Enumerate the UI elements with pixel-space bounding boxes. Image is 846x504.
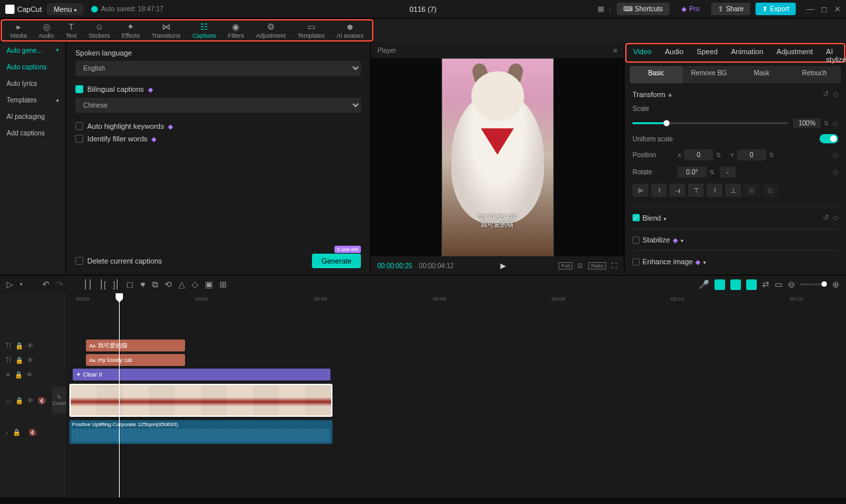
freeze-tool[interactable]: ⊞ [219,279,227,290]
crop2-tool[interactable]: ▣ [205,279,213,290]
scale-stepper-icon[interactable]: ⇅ [824,120,829,127]
player-menu-icon[interactable]: ≡ [613,47,617,54]
blend-checkbox[interactable]: ✓ [633,214,640,221]
rotate-keyframe-icon[interactable]: ◇ [833,168,838,176]
tool-transitions[interactable]: ⋈Transitions [145,22,186,39]
scale-keyframe-icon[interactable]: ◇ [833,120,838,127]
align-button-7[interactable]: ⊞ [744,184,759,197]
align-bottom-button[interactable]: ⊥ [725,184,741,197]
rotate-reset-button[interactable]: - [720,166,736,178]
blend-keyframe-icon[interactable]: ◇ [833,213,838,222]
preview-icon[interactable]: ▭ [775,279,783,289]
align-right-button[interactable]: ⫣ [670,184,685,197]
delete-captions-checkbox[interactable] [75,257,83,265]
mirror-tool[interactable]: △ [178,279,185,290]
layout-icon[interactable]: ▦ [597,5,604,13]
tool-captions[interactable]: ☷Captions [186,22,222,39]
marker-tool[interactable]: ♥ [140,279,145,290]
tool-ai-avatars[interactable]: ☻AI avatars [330,22,369,39]
pos-x-input[interactable]: 0 [684,149,713,161]
effect-clip[interactable]: ✦ Clear II [73,369,330,380]
tool-filters[interactable]: ◉Filters [222,22,250,39]
magnet-1-button[interactable] [714,279,725,290]
sidebar-auto-lyrics[interactable]: Auto lyrics [0,75,65,92]
timeline-ruler[interactable]: 00:00 00:02 00:04 00:06 00:08 00:10 00:1… [66,293,846,306]
maximize-button[interactable]: ◻ [821,5,827,14]
video-track-head[interactable]: ▭🔒👁🔇 ✎Cover [0,382,66,419]
blend-reset-icon[interactable]: ↺ [823,213,829,222]
undo-button[interactable]: ↶ [42,279,50,289]
stabilize-checkbox[interactable] [633,236,640,244]
align-center-v-button[interactable]: ⫲ [707,184,722,197]
subtab-basic[interactable]: Basic [630,66,683,83]
menu-button[interactable]: Menu [47,3,83,15]
fullscreen-icon[interactable]: ⛶ [611,262,617,270]
stabilize-chevron-icon[interactable] [681,236,683,244]
split-tool[interactable]: ⎮⎮ [83,279,93,290]
full-button[interactable]: Full [558,262,572,270]
tool-effects[interactable]: ✦Effects [116,22,145,39]
x-stepper-icon[interactable]: ⇅ [716,151,721,159]
minimize-button[interactable]: — [806,5,814,14]
redo-button[interactable]: ↷ [56,279,63,289]
sidebar-templates[interactable]: Templates [0,92,65,108]
tab-speed[interactable]: Speed [690,44,724,61]
sidebar-ai-packaging[interactable]: AI packaging [0,108,65,125]
zoom-out-button[interactable]: ⊖ [788,279,795,289]
blend-chevron-icon[interactable] [664,214,666,222]
video-clip[interactable]: 0116 (7).mp4 00:00:04:12 [69,384,332,417]
uniform-scale-toggle[interactable] [820,134,838,143]
align-button-8[interactable]: ⊟ [762,184,778,197]
reverse-tool[interactable]: ⟲ [165,279,172,290]
zoom-in-button[interactable]: ⊕ [832,279,839,289]
focus-icon[interactable]: ⊡ [578,262,583,270]
keyframe-icon[interactable]: ◇ [833,90,838,98]
subtab-mask[interactable]: Mask [736,66,788,83]
tab-adjustment[interactable]: Adjustment [770,44,820,61]
selection-tool[interactable]: ▷ [7,279,13,289]
tab-ai-stylize[interactable]: AI stylize [820,44,846,61]
enhance-checkbox[interactable] [633,258,640,266]
tab-video[interactable]: Video [627,44,658,61]
export-button[interactable]: ⬆ Export [755,3,796,15]
align-top-button[interactable]: ⊤ [688,184,704,197]
pos-y-input[interactable]: 0 [737,149,766,161]
subtab-retouch[interactable]: Retouch [788,66,841,83]
shortcuts-button[interactable]: ⌨ Shortcuts [617,3,670,15]
subtab-remove-bg[interactable]: Remove BG [683,66,736,83]
tool-templates[interactable]: ▭Templates [291,22,330,39]
tool-adjustment[interactable]: ⚙Adjustment [250,22,291,39]
enhance-chevron-icon[interactable] [703,258,706,266]
link-icon[interactable]: ⇄ [762,279,769,289]
audio-track-head[interactable]: ♪🔒🔇 [0,419,66,445]
spoken-language-select[interactable]: English [75,61,361,76]
y-stepper-icon[interactable]: ⇅ [769,151,774,159]
generate-button[interactable]: Generate [312,254,361,268]
tool-stickers[interactable]: ☺Stickers [83,22,116,39]
pro-button[interactable]: ◆ Pro [675,3,707,15]
effect-track-head[interactable]: ✦🔒👁 [0,367,66,382]
tab-audio[interactable]: Audio [658,44,690,61]
caption-track-head-2[interactable]: TI🔒👁 [0,353,66,367]
sidebar-add-captions[interactable]: Add captions [0,125,65,141]
tool-audio[interactable]: ◎Audio [33,22,60,39]
rotate-tool[interactable]: ◇ [192,279,198,290]
tab-animation[interactable]: Animation [724,44,770,61]
caption-clip-en[interactable]: Aᴀ my lovely cat [86,354,185,366]
trim-right-tool[interactable]: ]⎮ [113,279,120,290]
transform-chevron-icon[interactable]: ▴ [668,90,672,98]
filler-checkbox[interactable] [75,135,83,143]
tool-chevron[interactable]: ▾ [20,281,22,287]
magnet-2-button[interactable] [730,279,741,290]
caption-clip-cn[interactable]: Aᴀ 我可爱的猫 [86,340,185,351]
tool-media[interactable]: ▸Media [5,22,33,39]
player-viewport[interactable]: my lovely cat 我可爱的猫 [371,58,624,256]
copy-tool[interactable]: ⧉ [152,279,158,290]
reset-icon[interactable]: ↺ [823,90,829,98]
align-left-button[interactable]: ⊫ [633,184,648,197]
position-keyframe-icon[interactable]: ◇ [833,151,838,159]
crop-tool[interactable]: ◻ [126,279,134,290]
scale-value[interactable]: 100% [793,118,821,128]
tool-text[interactable]: TText [60,22,83,39]
rotate-stepper-icon[interactable]: ⇅ [709,168,714,176]
